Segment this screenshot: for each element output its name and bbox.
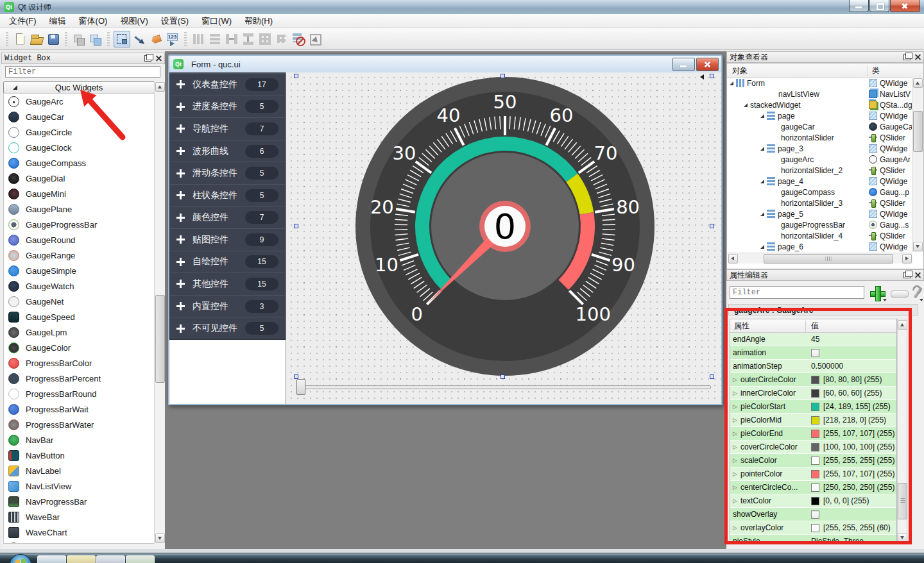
widget-box-titlebar[interactable]: Widget Box	[1, 53, 165, 64]
expand-triangle-icon[interactable]	[760, 114, 764, 118]
widget-box-item[interactable]: ProgressBarColor	[4, 355, 154, 371]
column-property[interactable]: 属性	[730, 321, 806, 332]
scrollbar-thumb[interactable]	[155, 295, 165, 383]
scrollbar-thumb[interactable]	[764, 254, 893, 264]
widget-box-item[interactable]: GaugeLpm	[4, 324, 154, 340]
property-row[interactable]: ▷ centerCircleCo... [250, 250, 250] (255…	[730, 481, 896, 494]
widget-box-item[interactable]	[4, 540, 154, 544]
object-tree-row[interactable]: Form QWidge	[727, 78, 912, 88]
scroll-left-icon[interactable]	[728, 254, 738, 264]
copy-widgets-icon[interactable]	[71, 31, 87, 47]
menu-item[interactable]: 窗口(W)	[195, 13, 238, 29]
widget-box-item[interactable]: GaugeCompass	[4, 155, 154, 171]
taskbar-button[interactable]	[126, 555, 155, 563]
object-tree-row[interactable]: page_3 QWidge	[727, 143, 912, 154]
object-inspector-hscrollbar[interactable]	[728, 253, 912, 264]
menu-item[interactable]: 设置(S)	[155, 13, 195, 29]
edit-buddies-icon[interactable]	[148, 31, 164, 47]
paste-widgets-icon[interactable]	[88, 31, 103, 47]
scroll-down-icon[interactable]	[913, 242, 923, 251]
scroll-right-icon[interactable]	[902, 254, 912, 264]
nav-list-item[interactable]: 不可见控件 5	[170, 317, 285, 339]
scroll-up-icon[interactable]	[898, 320, 907, 330]
float-panel-icon[interactable]	[903, 54, 911, 60]
widget-box-item[interactable]: WaveChart	[4, 525, 154, 540]
nav-list-item[interactable]: 其他控件 15	[170, 273, 285, 295]
expand-triangle-icon[interactable]	[760, 245, 764, 249]
nav-list-item[interactable]: 内置控件 3	[170, 295, 285, 317]
selection-handle[interactable]	[710, 74, 714, 78]
object-tree-row[interactable]: horizontalSlider QSlider	[727, 132, 912, 143]
scrollbar-thumb[interactable]	[913, 111, 923, 152]
expand-arrow-icon[interactable]: ▷	[733, 457, 740, 464]
layout-vertical-icon[interactable]	[191, 31, 206, 47]
object-tree-row[interactable]: page_6 QWidge	[727, 241, 912, 252]
taskbar-button[interactable]	[96, 555, 125, 563]
widget-box-item[interactable]: ProgressBarWater	[4, 417, 154, 432]
object-inspector-titlebar[interactable]: 对象查看器	[726, 51, 924, 63]
property-row[interactable]: ▷ endAngle 45	[730, 333, 896, 346]
property-editor-scrollbar[interactable]	[897, 319, 907, 544]
object-tree-row[interactable]: gaugeProgressBar Gaug...s	[727, 219, 912, 230]
maximize-button[interactable]	[869, 0, 889, 12]
property-row[interactable]: ▷ textColor [0, 0, 0] (255)	[730, 494, 896, 508]
close-panel-icon[interactable]	[155, 55, 162, 62]
widget-box-item[interactable]: GaugeArc	[4, 94, 154, 109]
form-window-titlebar[interactable]: Qt Form - quc.ui	[169, 56, 721, 73]
widget-box-item[interactable]: GaugeSimple	[4, 263, 154, 278]
property-row[interactable]: ▷ pieColorEnd [255, 107, 107] (255)	[730, 427, 896, 441]
widget-box-item[interactable]: NavButton	[4, 448, 154, 463]
object-tree-row[interactable]: page_4 QWidge	[727, 176, 912, 187]
property-row[interactable]: ▷ pieColorStart [24, 189, 155] (255)	[730, 400, 896, 414]
form-canvas[interactable]: 01020304050607080901000	[286, 72, 721, 404]
property-row[interactable]: ▷ pieStyle PieStyle_Three	[730, 535, 896, 544]
taskbar-button[interactable]	[67, 555, 96, 563]
expand-triangle-icon[interactable]	[760, 147, 764, 151]
property-filter-input[interactable]	[730, 286, 864, 299]
nav-list-item[interactable]: 波形曲线 6	[170, 140, 285, 162]
widget-box-item[interactable]: ProgressBarRound	[4, 386, 154, 401]
horizontal-slider-widget[interactable]	[296, 378, 712, 395]
start-button[interactable]	[9, 554, 32, 563]
layout-hsplit-icon[interactable]	[224, 31, 239, 47]
scroll-down-icon[interactable]	[898, 533, 907, 542]
selection-handle[interactable]	[710, 224, 714, 228]
scrollbar-thumb[interactable]	[898, 483, 907, 519]
widget-box-item[interactable]: GaugeNet	[4, 294, 154, 309]
expand-arrow-icon[interactable]: ▷	[733, 376, 740, 383]
selection-handle[interactable]	[294, 74, 298, 78]
property-row[interactable]: ▷ coverCircleColor [100, 100, 100] (255)	[730, 441, 896, 454]
layout-vsplit-icon[interactable]	[241, 31, 256, 47]
widget-box-item[interactable]: GaugeCircle	[4, 124, 154, 140]
collapse-arrow-icon[interactable]	[700, 74, 704, 80]
gauge-arc-widget[interactable]: 01020304050607080901000	[354, 76, 656, 377]
new-file-icon[interactable]	[12, 31, 28, 47]
edit-widgets-icon[interactable]	[114, 31, 130, 47]
expand-arrow-icon[interactable]: ▷	[733, 444, 740, 450]
object-tree-row[interactable]: page QWidge	[727, 110, 912, 121]
edit-signals-icon[interactable]	[132, 31, 147, 47]
layout-formgrid-icon[interactable]	[274, 31, 289, 47]
widget-box-scrollbar[interactable]	[154, 81, 164, 544]
selection-handle[interactable]	[294, 224, 298, 228]
layout-horizontal-icon[interactable]	[207, 31, 223, 47]
widget-box-item[interactable]: WaveBar	[4, 509, 154, 525]
save-icon[interactable]	[46, 31, 61, 47]
column-class[interactable]: 类	[868, 65, 880, 76]
layout-grid-icon[interactable]	[257, 31, 273, 47]
expand-arrow-icon[interactable]: ▷	[733, 417, 740, 423]
widget-box-item[interactable]: GaugeSpeed	[4, 309, 154, 324]
dropdown-arrow-icon[interactable]	[920, 299, 923, 301]
expand-arrow-icon[interactable]: ▷	[733, 403, 740, 410]
widget-box-item[interactable]: GaugeDial	[4, 171, 154, 186]
expand-arrow-icon[interactable]: ▷	[733, 484, 740, 491]
widget-box-item[interactable]: NavLabel	[4, 463, 154, 478]
widget-box-item[interactable]: NavBar	[4, 432, 154, 448]
property-row[interactable]: ▷ pointerColor [255, 107, 107] (255)	[730, 467, 896, 481]
taskbar-button[interactable]	[37, 555, 66, 563]
expand-triangle-icon[interactable]	[744, 103, 748, 107]
remove-dynamic-property-button[interactable]	[891, 290, 909, 298]
break-layout-icon[interactable]	[291, 31, 306, 47]
expand-arrow-icon[interactable]: ▷	[733, 471, 740, 477]
expand-arrow-icon[interactable]: ▷	[733, 430, 740, 437]
